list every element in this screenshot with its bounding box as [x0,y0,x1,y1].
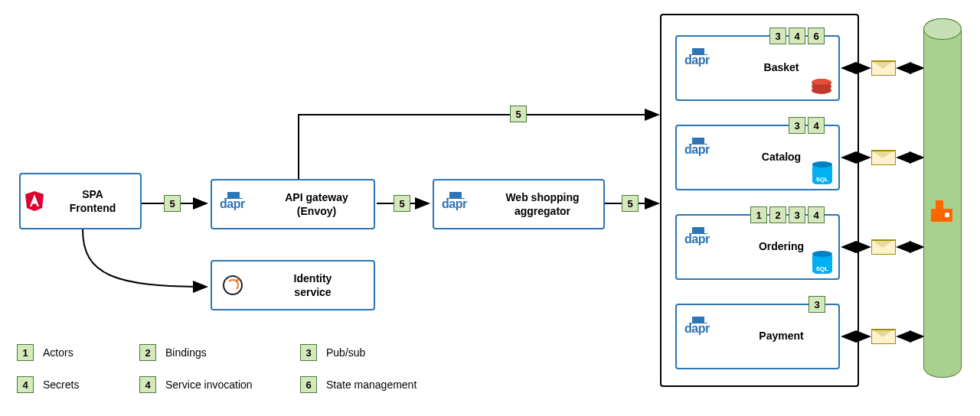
legend-item: 4Secrets [17,376,79,393]
badges-catalog: 3 4 [789,117,826,134]
rabbitmq-icon [931,200,952,222]
edge-badge-agg-svc: 5 [622,195,640,212]
dapr-icon: dapr [442,197,467,211]
angular-icon [25,191,44,211]
svg-point-3 [812,79,831,85]
edge-badge-gw-agg: 5 [394,195,412,212]
dapr-icon: dapr [684,143,710,157]
dapr-icon: dapr [684,322,710,336]
sql-icon: SQL [812,252,832,274]
identity-icon [223,275,243,295]
envelope-icon [871,150,896,165]
node-aggregator-label: Web shopping aggregator [488,191,597,218]
legend-item: 6State management [300,376,416,393]
badges-payment: 3 [808,296,827,313]
node-identity-label: Identity service [258,272,368,299]
message-bus [923,18,962,378]
node-basket: dapr Basket [675,35,840,101]
dapr-icon: dapr [220,197,245,211]
legend-item: 3Pub/sub [300,344,365,361]
dapr-icon: dapr [684,232,710,246]
sql-icon: SQL [812,163,832,184]
legend-item: 4Service invocation [139,376,253,393]
edge-badge-gw-up: 5 [510,106,528,122]
node-gateway: dapr API gateway (Envoy) [211,179,375,229]
node-payment: dapr Payment [675,304,840,369]
envelope-icon [871,329,896,344]
edge-badge-spa-gw: 5 [164,195,182,212]
legend-item: 1Actors [17,344,74,361]
envelope-icon [871,60,896,76]
node-payment-label: Payment [730,330,832,343]
node-catalog: dapr Catalog SQL [675,125,840,190]
node-ordering: dapr Ordering SQL [675,214,840,280]
envelope-icon [871,239,896,255]
node-aggregator: dapr Web shopping aggregator [433,179,605,229]
node-identity: Identity service [211,260,375,310]
node-spa-label: SPA Frontend [51,188,134,215]
node-basket-label: Basket [730,61,832,75]
badges-ordering: 1 2 3 4 [750,206,826,223]
badges-basket: 3 4 6 [769,28,826,44]
legend-item: 2Bindings [139,344,207,361]
dapr-icon: dapr [684,54,710,67]
svg-rect-4 [945,213,949,217]
node-gateway-label: API gateway (Envoy) [266,191,368,218]
node-spa: SPA Frontend [19,173,142,229]
svg-point-2 [812,86,831,94]
redis-icon [811,78,832,95]
